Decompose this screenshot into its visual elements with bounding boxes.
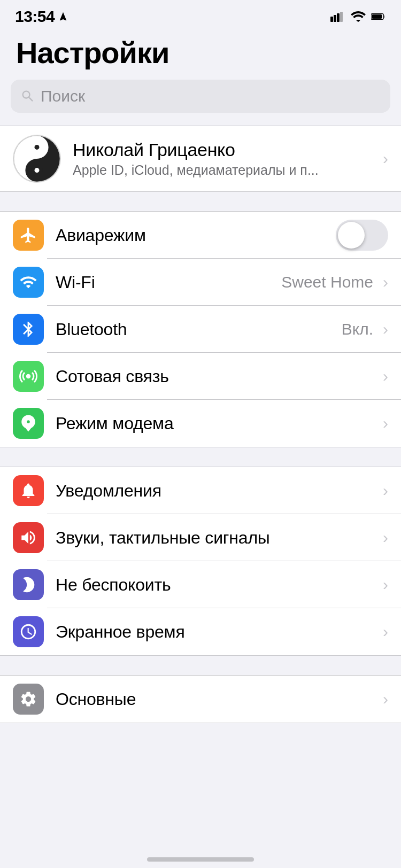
search-icon <box>20 89 35 104</box>
profile-item[interactable]: Николай Грицаенко Apple ID, iCloud, меди… <box>0 126 401 191</box>
location-arrow-icon <box>58 11 68 22</box>
donotdisturb-label: Не беспокоить <box>56 575 377 595</box>
gear-icon <box>19 690 37 708</box>
wifi-item[interactable]: Wi-Fi Sweet Home › <box>0 259 401 306</box>
hotspot-chevron: › <box>383 414 388 432</box>
screentime-icon <box>19 623 37 641</box>
connectivity-group: Авиарежим Wi-Fi Sweet Home › Bluetooth В… <box>0 211 401 447</box>
screentime-item[interactable]: Экранное время › <box>0 608 401 655</box>
airplane-toggle[interactable] <box>336 220 388 251</box>
cellular-icon-wrap <box>13 361 44 392</box>
wifi-chevron: › <box>383 273 388 291</box>
status-icons <box>330 11 386 22</box>
general-group: Основные › <box>0 675 401 723</box>
bluetooth-icon <box>19 320 37 338</box>
notifications-chevron: › <box>383 482 388 500</box>
screentime-icon-wrap <box>13 616 44 647</box>
general-chevron: › <box>383 690 388 708</box>
notifications-label: Уведомления <box>56 481 377 501</box>
bluetooth-chevron: › <box>383 320 388 338</box>
section-gap-3 <box>0 656 401 675</box>
notifications-item[interactable]: Уведомления › <box>0 467 401 514</box>
signal-icon <box>330 11 345 22</box>
airplane-mode-item[interactable]: Авиарежим <box>0 212 401 259</box>
wifi-label: Wi-Fi <box>56 273 281 292</box>
sounds-icon-wrap <box>13 522 44 553</box>
svg-point-13 <box>26 374 31 379</box>
general-label: Основные <box>56 689 377 709</box>
cellular-item[interactable]: Сотовая связь › <box>0 353 401 400</box>
svg-rect-0 <box>330 17 333 22</box>
svg-rect-2 <box>337 13 340 22</box>
status-time: 13:54 <box>15 7 68 26</box>
screentime-chevron: › <box>383 623 388 641</box>
sounds-chevron: › <box>383 529 388 547</box>
general-icon-wrap <box>13 684 44 715</box>
screentime-label: Экранное время <box>56 622 377 642</box>
svg-rect-3 <box>340 12 343 22</box>
bluetooth-icon-wrap <box>13 314 44 345</box>
time-label: 13:54 <box>15 7 55 26</box>
hotspot-icon-wrap <box>13 408 44 439</box>
bluetooth-value: Вкл. <box>342 320 373 338</box>
hotspot-item[interactable]: Режим модема › <box>0 400 401 447</box>
cellular-label: Сотовая связь <box>56 367 377 386</box>
donotdisturb-item[interactable]: Не беспокоить › <box>0 561 401 608</box>
wifi-icon <box>19 273 37 291</box>
notifications-icon <box>19 482 37 500</box>
donotdisturb-chevron: › <box>383 576 388 594</box>
profile-group: Николай Грицаенко Apple ID, iCloud, меди… <box>0 126 401 192</box>
wifi-status-icon <box>351 11 366 22</box>
notifications-icon-wrap <box>13 475 44 506</box>
status-bar: 13:54 <box>0 0 401 30</box>
page-title: Настройки <box>0 30 401 80</box>
cellular-icon <box>19 367 37 385</box>
notifications-group: Уведомления › Звуки, тактильные сигналы … <box>0 467 401 656</box>
profile-name: Николай Грицаенко <box>73 140 377 160</box>
section-gap-1 <box>0 192 401 211</box>
profile-subtitle: Apple ID, iCloud, медиаматериалы и п... <box>73 162 377 178</box>
airplane-label: Авиарежим <box>56 226 330 245</box>
hotspot-icon <box>19 414 37 432</box>
wifi-value: Sweet Home <box>281 273 373 291</box>
sounds-label: Звуки, тактильные сигналы <box>56 528 377 548</box>
bluetooth-item[interactable]: Bluetooth Вкл. › <box>0 306 401 353</box>
svg-rect-6 <box>372 14 382 19</box>
search-placeholder: Поиск <box>41 87 85 105</box>
home-indicator <box>147 857 254 862</box>
donotdisturb-icon-wrap <box>13 569 44 600</box>
general-item[interactable]: Основные › <box>0 676 401 723</box>
hotspot-label: Режим модема <box>56 414 377 433</box>
section-gap-2 <box>0 447 401 467</box>
profile-chevron: › <box>383 150 388 168</box>
yinyang-icon <box>13 135 61 183</box>
profile-avatar <box>13 135 61 183</box>
svg-point-10 <box>35 145 40 150</box>
svg-rect-1 <box>334 15 336 22</box>
search-bar[interactable]: Поиск <box>11 80 390 113</box>
svg-rect-5 <box>384 15 385 18</box>
airplane-toggle-knob <box>338 222 365 249</box>
wifi-icon-wrap <box>13 267 44 298</box>
svg-point-11 <box>35 168 40 173</box>
profile-info: Николай Грицаенко Apple ID, iCloud, меди… <box>73 140 377 178</box>
airplane-icon-wrap <box>13 220 44 251</box>
sounds-item[interactable]: Звуки, тактильные сигналы › <box>0 514 401 561</box>
bluetooth-label: Bluetooth <box>56 320 342 339</box>
cellular-chevron: › <box>383 367 388 385</box>
sounds-icon <box>19 529 37 547</box>
moon-icon <box>19 576 37 594</box>
airplane-icon <box>19 226 37 244</box>
battery-icon <box>371 11 386 22</box>
